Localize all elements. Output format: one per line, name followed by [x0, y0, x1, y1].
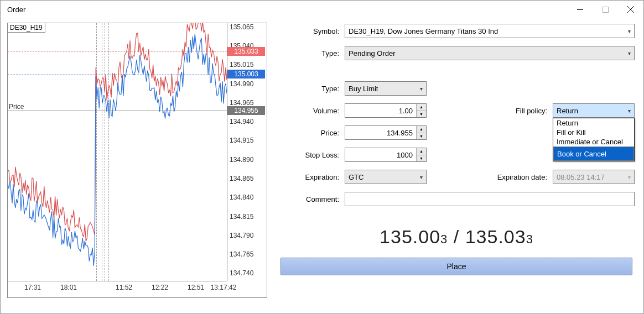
y-tick: 134.840 — [230, 193, 253, 201]
order-type-label: Type: — [278, 49, 345, 57]
order-form: Symbol: DE30_H19, Dow Jones Germany Tita… — [278, 23, 635, 305]
volume-input[interactable]: 1.00 ▲▼ — [345, 103, 427, 118]
y-tick: 134.765 — [230, 250, 253, 258]
chevron-down-icon: ▾ — [628, 50, 631, 56]
plot-area: Price — [8, 23, 227, 281]
x-tick: 11:52 — [116, 284, 132, 291]
x-tick: 12:51 — [188, 284, 204, 291]
stop-loss-input[interactable]: 1000 ▲▼ — [345, 148, 427, 162]
y-tick: 134.940 — [230, 118, 253, 125]
window-title: Order — [7, 6, 25, 14]
price-label: Price: — [278, 129, 345, 137]
pending-type-select[interactable]: Buy Limit ▾ — [345, 81, 427, 96]
x-tick: 13:17:42 — [211, 284, 237, 291]
fill-policy-option[interactable]: Return — [553, 118, 634, 128]
pending-type-label: Type: — [278, 85, 345, 93]
expiration-label: Expiration: — [278, 173, 345, 181]
tick-chart: DE30_H19 Price 135.065135.040135.015134.… — [7, 23, 267, 298]
chevron-down-icon: ▾ — [628, 174, 631, 180]
maximize-button — [593, 1, 618, 18]
x-tick: 18:01 — [60, 284, 77, 291]
fill-policy-dropdown[interactable]: ReturnFill or KillImmediate or CancelBoo… — [553, 118, 635, 161]
x-tick: 12:22 — [152, 284, 168, 291]
price-tag: 135.033 — [227, 47, 265, 56]
fill-policy-option[interactable]: Fill or Kill — [553, 128, 634, 137]
price-tag: 134.955 — [227, 106, 265, 115]
y-tick: 134.740 — [230, 269, 253, 277]
minimize-button[interactable] — [567, 1, 593, 18]
chevron-down-icon: ▾ — [420, 86, 423, 92]
y-tick: 134.865 — [230, 175, 253, 182]
close-button[interactable] — [618, 1, 643, 18]
comment-input[interactable] — [345, 192, 635, 206]
titlebar: Order — [1, 1, 643, 18]
y-axis: 135.065135.040135.015134.990134.965134.9… — [227, 23, 267, 281]
expiration-date-label: Expiration date: — [485, 173, 553, 181]
spinner-buttons[interactable]: ▲▼ — [416, 104, 426, 117]
volume-label: Volume: — [278, 107, 345, 115]
fill-policy-option[interactable]: Book or Cancel — [553, 146, 634, 161]
order-type-select[interactable]: Pending Order ▾ — [345, 46, 635, 60]
symbol-select[interactable]: DE30_H19, Dow Jones Germany Titans 30 In… — [345, 24, 635, 38]
fill-policy-label: Fill policy: — [485, 107, 553, 115]
fill-policy-option[interactable]: Immediate or Cancel — [553, 137, 634, 146]
expiration-date-select: 08.05.23 14:17 ▾ — [553, 170, 635, 184]
stop-loss-label: Stop Loss: — [278, 151, 345, 159]
order-window: Order DE30_H19 Price 135.065135.040135.0… — [0, 0, 644, 314]
place-button[interactable]: Place — [281, 258, 632, 275]
symbol-label: Symbol: — [278, 27, 345, 35]
y-tick: 134.790 — [230, 232, 253, 239]
y-tick: 134.890 — [230, 156, 253, 164]
window-buttons — [567, 1, 643, 18]
price-tag: 135.003 — [227, 70, 265, 78]
y-tick: 134.990 — [230, 80, 253, 88]
chevron-down-icon: ▾ — [628, 108, 631, 114]
x-axis: 17:3118:0111:5212:2212:5113:17:42 — [8, 281, 227, 297]
y-tick: 134.915 — [230, 137, 253, 144]
spinner-buttons[interactable]: ▲▼ — [416, 148, 426, 161]
chart-symbol-label: DE30_H19 — [8, 23, 45, 33]
price-input[interactable]: 134.955 ▲▼ — [345, 125, 427, 140]
chevron-down-icon: ▾ — [420, 174, 423, 180]
expiration-select[interactable]: GTC ▾ — [345, 170, 427, 184]
svg-rect-1 — [603, 7, 608, 12]
y-tick: 135.015 — [230, 61, 253, 69]
bid-ask-quote: 135.003 / 135.033 — [278, 226, 635, 248]
comment-label: Comment: — [278, 195, 345, 203]
x-tick: 17:31 — [24, 284, 41, 291]
y-tick: 134.815 — [230, 213, 253, 221]
chevron-down-icon: ▾ — [628, 28, 631, 34]
spinner-buttons[interactable]: ▲▼ — [416, 126, 426, 139]
y-tick: 135.065 — [230, 23, 253, 31]
fill-policy-select[interactable]: Return ▾ — [553, 103, 635, 118]
